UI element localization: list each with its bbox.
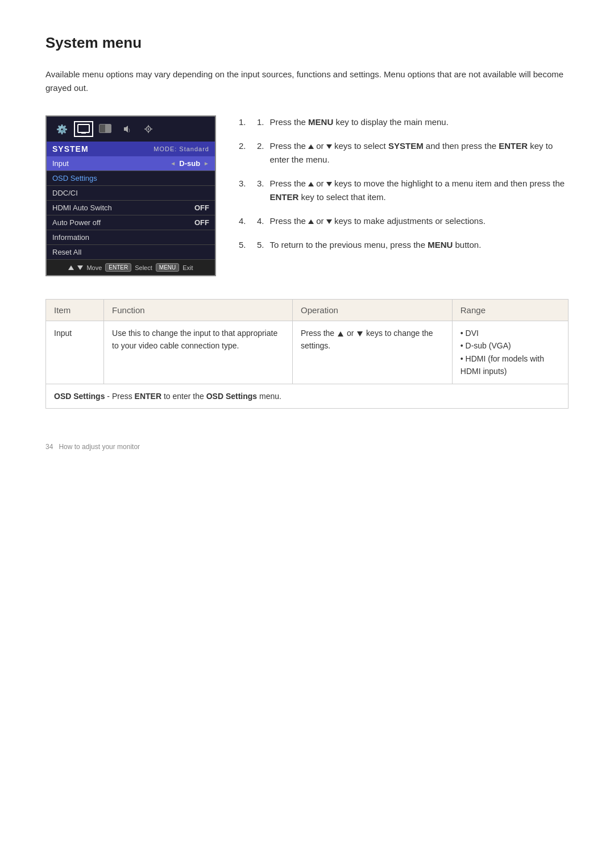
osd-row-information: Information (47, 230, 215, 245)
osd-footer: Move ENTER Select MENU Exit (47, 260, 215, 275)
table-cell-item-input: Input (46, 321, 104, 384)
osd-icon-system (139, 121, 158, 137)
step-1: 1. Press the MENU key to display the mai… (239, 115, 569, 129)
osd-icon-row: ⚙️ ) (47, 117, 215, 142)
osd-auto-power-value: OFF (194, 218, 209, 227)
osd-icon-sound: ) (117, 121, 136, 137)
step-1-number: 1. (257, 115, 264, 129)
steps-list: 1. Press the MENU key to display the mai… (239, 115, 569, 252)
down-arrow-icon (77, 265, 83, 270)
instructions-section: 1. Press the MENU key to display the mai… (239, 115, 569, 276)
step-4: 4. Press the or keys to make adjustments… (239, 214, 569, 228)
enter-key-label: ENTER (105, 263, 131, 272)
osd-input-label: Input (52, 159, 69, 168)
content-area: ⚙️ ) (45, 115, 569, 276)
svg-rect-4 (99, 124, 105, 132)
step-5-number: 5. (257, 238, 264, 252)
svg-marker-6 (124, 126, 128, 132)
svg-rect-0 (78, 124, 89, 132)
info-table: Item Function Operation Range Input Use … (45, 299, 569, 409)
table-row-osd-settings: OSD Settings - Press ENTER to enter the … (46, 384, 569, 408)
osd-input-value: ◄ D-sub ► (170, 159, 209, 168)
osd-mode-label: MODE: Standard (154, 146, 209, 152)
osd-move-label: Move (86, 264, 102, 271)
osd-row-hdmi-switch: HDMI Auto Switch OFF (47, 201, 215, 215)
table-cell-osd-settings-note: OSD Settings - Press ENTER to enter the … (46, 384, 569, 408)
step-3-number: 3. (257, 177, 264, 204)
step-2-text: Press the or keys to select SYSTEM and t… (270, 139, 569, 167)
col-header-function: Function (104, 300, 293, 321)
svg-rect-5 (105, 124, 111, 132)
step-4-number: 4. (257, 214, 264, 228)
table-cell-function-input: Use this to change the input to that app… (104, 321, 293, 384)
osd-row-auto-power: Auto Power off OFF (47, 215, 215, 230)
osd-header: SYSTEM MODE: Standard (47, 142, 215, 156)
table-header-row: Item Function Operation Range (46, 300, 569, 321)
osd-exit-label: Exit (182, 264, 193, 271)
intro-paragraph: Available menu options may vary dependin… (45, 68, 569, 95)
osd-select-label: Select (135, 264, 152, 271)
osd-information-label: Information (52, 233, 89, 242)
footer-page-number: 34 (45, 443, 53, 451)
footer-page-label: How to adjust your monitor (59, 443, 140, 451)
osd-hdmi-switch-value: OFF (194, 203, 209, 212)
step-1-text: Press the MENU key to display the main m… (270, 115, 449, 129)
osd-menu-screenshot: ⚙️ ) (45, 115, 216, 276)
step-2-number: 2. (257, 139, 264, 167)
step-2: 2. Press the or keys to select SYSTEM an… (239, 139, 569, 167)
up-arrow-icon (68, 265, 74, 270)
page-title: System menu (45, 34, 569, 52)
col-header-range: Range (452, 300, 568, 321)
svg-point-9 (148, 128, 150, 130)
osd-reset-label: Reset All (52, 248, 81, 256)
osd-row-input: Input ◄ D-sub ► (47, 156, 215, 171)
col-header-item: Item (46, 300, 104, 321)
osd-hdmi-switch-label: HDMI Auto Switch (52, 203, 112, 212)
step-4-text: Press the or keys to make adjustments or… (270, 214, 486, 228)
osd-settings-label: OSD Settings (52, 174, 97, 182)
step-3-text: Press the or keys to move the highlight … (270, 177, 569, 204)
osd-icon-picture (96, 121, 115, 137)
table-cell-operation-input: Press the or keys to change the settings… (292, 321, 452, 384)
step-3: 3. Press the or keys to move the highlig… (239, 177, 569, 204)
menu-key-label: MENU (156, 263, 179, 272)
osd-row-reset-all: Reset All (47, 245, 215, 260)
osd-settings-note-text: OSD Settings - Press ENTER to enter the … (54, 392, 281, 401)
osd-system-label: SYSTEM (52, 144, 89, 153)
col-header-operation: Operation (292, 300, 452, 321)
footer-note: 34 How to adjust your monitor (45, 443, 569, 451)
table-row-input: Input Use this to change the input to th… (46, 321, 569, 384)
osd-icon-settings: ⚙️ (52, 121, 72, 137)
step-5: 5. To return to the previous menu, press… (239, 238, 569, 252)
osd-ddc-label: DDC/CI (52, 189, 78, 197)
svg-text:): ) (128, 127, 130, 132)
osd-icon-display (74, 121, 93, 137)
osd-auto-power-label: Auto Power off (52, 218, 101, 227)
osd-row-ddc: DDC/CI (47, 186, 215, 201)
step-5-text: To return to the previous menu, press th… (270, 238, 482, 252)
table-cell-range-input: • DVI • D-sub (VGA) • HDMI (for models w… (452, 321, 568, 384)
osd-row-osd-settings: OSD Settings (47, 171, 215, 186)
